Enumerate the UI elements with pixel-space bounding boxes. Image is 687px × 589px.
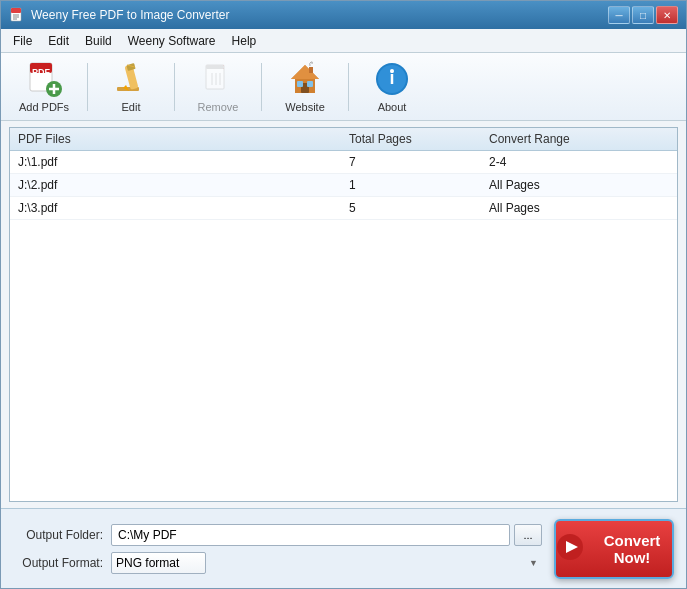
add-pdf-button[interactable]: PDF Add PDFs (9, 60, 79, 114)
remove-label: Remove (198, 101, 239, 113)
website-icon (287, 61, 323, 97)
cell-range: 2-4 (489, 155, 629, 169)
cell-file: J:\3.pdf (18, 201, 349, 215)
svg-rect-26 (307, 81, 313, 87)
output-format-wrapper: PNG formatJPEG formatBMP formatTIFF form… (111, 552, 542, 574)
cell-extra (629, 178, 669, 192)
convert-label: Convert Now! (592, 532, 672, 566)
output-folder-row: Output Folder: ... (13, 524, 542, 546)
svg-marker-23 (291, 65, 319, 79)
toolbar-sep-4 (348, 63, 349, 111)
cell-pages: 1 (349, 178, 489, 192)
toolbar-sep-2 (174, 63, 175, 111)
close-button[interactable]: ✕ (656, 6, 678, 24)
toolbar: PDF Add PDFs Edit (1, 53, 686, 121)
window-controls: ─ □ ✕ (608, 6, 678, 24)
header-pages: Total Pages (349, 132, 489, 146)
svg-text:PDF: PDF (32, 67, 51, 77)
convert-now-button[interactable]: Convert Now! (554, 519, 674, 579)
about-button[interactable]: i About (357, 60, 427, 114)
cell-range: All Pages (489, 201, 629, 215)
menu-item-help[interactable]: Help (224, 32, 265, 50)
menu-item-file[interactable]: File (5, 32, 40, 50)
edit-button[interactable]: Edit (96, 60, 166, 114)
bottom-bar: Output Folder: ... Output Format: PNG fo… (1, 508, 686, 588)
bottom-fields: Output Folder: ... Output Format: PNG fo… (13, 524, 542, 574)
file-list[interactable]: PDF Files Total Pages Convert Range J:\1… (9, 127, 678, 502)
window-icon (9, 7, 25, 23)
website-label: Website (285, 101, 325, 113)
cell-pages: 5 (349, 201, 489, 215)
edit-icon (113, 61, 149, 97)
output-format-select[interactable]: PNG formatJPEG formatBMP formatTIFF form… (111, 552, 206, 574)
header-range: Convert Range (489, 132, 629, 146)
output-format-row: Output Format: PNG formatJPEG formatBMP … (13, 552, 542, 574)
menu-item-build[interactable]: Build (77, 32, 120, 50)
svg-rect-1 (11, 8, 21, 13)
menu-bar: FileEditBuildWeeny SoftwareHelp (1, 29, 686, 53)
edit-label: Edit (122, 101, 141, 113)
window-title: Weeny Free PDF to Image Converter (31, 8, 608, 22)
output-format-label: Output Format: (13, 556, 103, 570)
about-label: About (378, 101, 407, 113)
cell-pages: 7 (349, 155, 489, 169)
website-button[interactable]: Website (270, 60, 340, 114)
add-pdf-label: Add PDFs (19, 101, 69, 113)
file-list-header: PDF Files Total Pages Convert Range (10, 128, 677, 151)
svg-point-31 (390, 69, 394, 73)
remove-button[interactable]: Remove (183, 60, 253, 114)
about-icon: i (374, 61, 410, 97)
convert-icon (556, 533, 584, 564)
maximize-button[interactable]: □ (632, 6, 654, 24)
table-row[interactable]: J:\3.pdf 5 All Pages (10, 197, 677, 220)
minimize-button[interactable]: ─ (608, 6, 630, 24)
toolbar-sep-3 (261, 63, 262, 111)
output-format-input-row: PNG formatJPEG formatBMP formatTIFF form… (111, 552, 542, 574)
title-bar: Weeny Free PDF to Image Converter ─ □ ✕ (1, 1, 686, 29)
file-list-body: J:\1.pdf 7 2-4 J:\2.pdf 1 All Pages J:\3… (10, 151, 677, 220)
cell-file: J:\2.pdf (18, 178, 349, 192)
main-window: Weeny Free PDF to Image Converter ─ □ ✕ … (0, 0, 687, 589)
cell-range: All Pages (489, 178, 629, 192)
cell-extra (629, 201, 669, 215)
header-extra (629, 132, 669, 146)
svg-rect-27 (309, 67, 313, 73)
output-folder-input-row: ... (111, 524, 542, 546)
remove-icon (200, 61, 236, 97)
add-pdf-icon: PDF (26, 61, 62, 97)
output-folder-input[interactable] (111, 524, 510, 546)
menu-item-weeny-software[interactable]: Weeny Software (120, 32, 224, 50)
toolbar-sep-1 (87, 63, 88, 111)
browse-button[interactable]: ... (514, 524, 542, 546)
select-arrow-icon: ▼ (529, 558, 538, 568)
cell-file: J:\1.pdf (18, 155, 349, 169)
menu-item-edit[interactable]: Edit (40, 32, 77, 50)
svg-rect-18 (206, 65, 224, 69)
header-file: PDF Files (18, 132, 349, 146)
svg-rect-25 (297, 81, 303, 87)
table-row[interactable]: J:\2.pdf 1 All Pages (10, 174, 677, 197)
output-folder-label: Output Folder: (13, 528, 103, 542)
table-row[interactable]: J:\1.pdf 7 2-4 (10, 151, 677, 174)
cell-extra (629, 155, 669, 169)
